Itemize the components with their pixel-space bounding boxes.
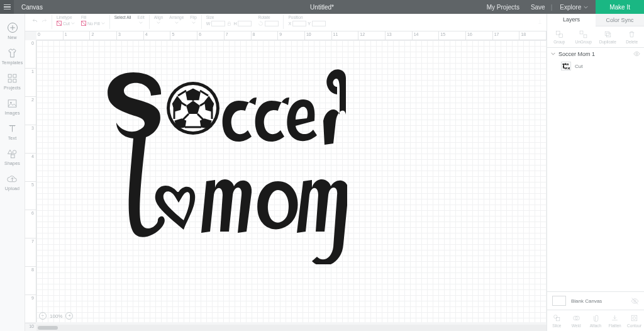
attach-button[interactable]: Attach: [586, 310, 606, 331]
delete-button[interactable]: Delete: [620, 26, 645, 47]
undo-icon[interactable]: [32, 18, 38, 24]
edit-menu[interactable]: Edit: [135, 15, 148, 31]
rotate-group[interactable]: Rotate: [255, 15, 282, 31]
trash-icon: [628, 30, 636, 38]
save-link[interactable]: Save: [525, 4, 551, 11]
templates-button[interactable]: Templates: [0, 43, 25, 69]
text-button[interactable]: Text: [0, 119, 25, 144]
flatten-button[interactable]: Flatten: [605, 310, 625, 331]
svg-rect-9: [11, 155, 14, 158]
chevron-down-icon: [175, 21, 179, 25]
rotate-icon: [258, 21, 264, 26]
ruler-horizontal: 0123456789101112131415161718: [36, 31, 547, 40]
layer-group-row[interactable]: Soccer Mom 1: [547, 48, 644, 60]
font-menu-icon[interactable]: [537, 19, 543, 25]
svg-point-6: [10, 102, 11, 103]
header-right: My Projects Save | Explore Make It: [481, 0, 644, 14]
ruler-vertical: 012345678910: [25, 40, 36, 322]
size-group[interactable]: Size WH: [203, 15, 255, 31]
svg-point-25: [636, 53, 638, 55]
my-projects-link[interactable]: My Projects: [481, 4, 525, 11]
weld-button[interactable]: Weld: [567, 310, 586, 331]
slice-button[interactable]: Slice: [547, 310, 567, 331]
svg-marker-7: [8, 150, 12, 154]
zoom-control[interactable]: − 100% +: [39, 312, 73, 320]
chevron-down-icon: [101, 21, 105, 25]
horizontal-scrollbar[interactable]: [36, 325, 547, 331]
make-it-button[interactable]: Make It: [596, 0, 644, 14]
svg-rect-3: [8, 79, 11, 82]
svg-rect-19: [556, 31, 559, 34]
group-icon: [555, 30, 564, 38]
canvas-grid[interactable]: [36, 40, 547, 322]
weld-icon: [572, 314, 580, 322]
canvas-swatch: [552, 296, 566, 306]
canvas-area[interactable]: 0123456789101112131415161718 01234567891…: [25, 31, 547, 331]
arrange-menu[interactable]: Arrange: [166, 15, 187, 31]
zoom-value: 100%: [50, 313, 62, 319]
upload-cloud-icon: [7, 174, 18, 184]
new-button[interactable]: New: [0, 18, 25, 43]
images-button[interactable]: Images: [0, 94, 25, 119]
svg-rect-33: [631, 315, 637, 321]
linetype-swatch-icon: [57, 21, 62, 26]
grid-icon: [7, 73, 18, 84]
svg-rect-1: [8, 74, 11, 77]
slice-icon: [553, 314, 561, 322]
app-name: Canvas: [21, 4, 43, 11]
chevron-down-icon: [71, 21, 75, 25]
caret-down-icon[interactable]: [551, 52, 555, 56]
panel-tabs: Layers Color Sync: [547, 14, 644, 26]
image-icon: [7, 98, 18, 109]
fill-group[interactable]: Fill No Fill: [78, 15, 108, 31]
tab-color-sync[interactable]: Color Sync: [596, 14, 644, 26]
projects-button[interactable]: Projects: [0, 69, 25, 94]
blank-canvas-row[interactable]: Blank Canvas: [547, 291, 644, 310]
chevron-down-icon: [139, 21, 143, 25]
svg-rect-22: [584, 35, 587, 38]
select-all-button[interactable]: Select All: [111, 15, 135, 31]
toolbar: Linetype Cut Fill No Fill Select All Edi…: [25, 14, 547, 31]
flatten-icon: [611, 314, 619, 322]
layers-list: Soccer Mom 1 Cut: [547, 48, 644, 291]
ungroup-icon: [579, 30, 587, 38]
tab-layers[interactable]: Layers: [547, 14, 596, 26]
position-group[interactable]: Position XY: [285, 15, 328, 31]
group-button[interactable]: Group: [547, 26, 572, 47]
explore-menu[interactable]: Explore: [552, 4, 596, 11]
svg-rect-23: [605, 31, 609, 36]
zoom-in-icon[interactable]: +: [65, 312, 73, 320]
scrollbar-thumb[interactable]: [38, 326, 58, 330]
svg-point-34: [633, 317, 635, 319]
chevron-down-icon: [157, 21, 160, 25]
upload-button[interactable]: Upload: [0, 169, 25, 194]
layer-item-row[interactable]: Cut: [547, 60, 644, 72]
app-header: Canvas Untitled* My Projects Save | Expl…: [0, 0, 644, 14]
hamburger-menu-icon[interactable]: [0, 0, 14, 14]
chevron-down-icon: [584, 5, 588, 9]
svg-point-26: [565, 64, 567, 65]
redo-icon[interactable]: [42, 18, 47, 24]
plus-circle-icon: [7, 22, 18, 33]
visibility-off-icon[interactable]: [631, 297, 639, 305]
align-menu[interactable]: Align: [151, 15, 166, 31]
contour-icon: [630, 314, 638, 322]
ungroup-button[interactable]: UnGroup: [572, 26, 596, 47]
flip-menu[interactable]: Flip: [187, 15, 199, 31]
duplicate-button[interactable]: Duplicate: [596, 26, 620, 47]
svg-point-8: [13, 150, 16, 154]
duplicate-icon: [604, 30, 612, 38]
svg-rect-21: [580, 31, 583, 34]
shapes-button[interactable]: Shapes: [0, 144, 25, 169]
layer-type: Cut: [575, 64, 582, 69]
right-panel: Layers Color Sync Group UnGroup Duplicat…: [547, 14, 644, 331]
contour-button[interactable]: Contour: [625, 310, 644, 331]
linetype-group[interactable]: Linetype Cut: [53, 15, 78, 31]
undo-redo-group: [29, 15, 50, 31]
attach-icon: [591, 314, 599, 322]
visibility-icon[interactable]: [633, 50, 640, 57]
zoom-out-icon[interactable]: −: [39, 312, 47, 320]
shapes-icon: [7, 149, 18, 159]
lock-icon[interactable]: [226, 21, 232, 26]
document-title[interactable]: Untitled*: [310, 4, 334, 11]
